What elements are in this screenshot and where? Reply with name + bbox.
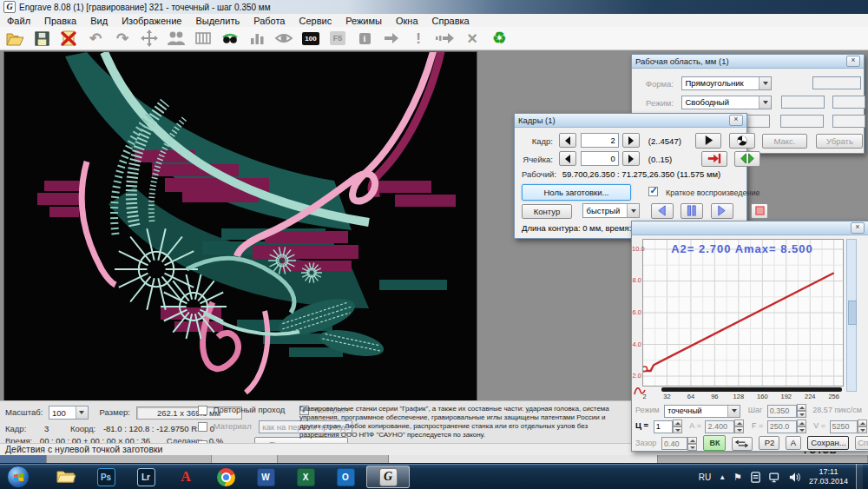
rezhim-select[interactable]: Свободный	[681, 96, 772, 109]
menu-select[interactable]: Выделить	[188, 16, 247, 26]
menu-modes[interactable]: Режимы	[339, 16, 389, 26]
f5-refresh-icon[interactable]: F5	[327, 29, 348, 48]
amplitude-plot[interactable]	[642, 239, 844, 387]
close-x-icon[interactable]: ×	[462, 29, 483, 48]
cell-prev-button[interactable]	[559, 151, 576, 166]
menu-file[interactable]: Файл	[0, 16, 37, 26]
workspace-dialog-titlebar[interactable]: Рабочая область, мм (1) ×	[632, 55, 864, 69]
save-button[interactable]: Сохран...	[807, 436, 849, 450]
stop-icon[interactable]	[751, 203, 768, 219]
step-back-icon[interactable]	[651, 203, 674, 219]
chart-scrollbar-horizontal[interactable]	[661, 387, 842, 392]
taskbar-lightroom[interactable]: Lr	[127, 466, 165, 488]
a-input[interactable]: 2.400	[705, 420, 734, 433]
menu-windows[interactable]: Окна	[389, 16, 425, 26]
max-button[interactable]: Макс.	[762, 134, 807, 149]
volume-icon[interactable]	[789, 472, 801, 483]
workpiece-zero-button[interactable]: Ноль заготовки...	[522, 184, 631, 201]
delete-icon[interactable]	[58, 29, 79, 48]
chart-scrollbar-vertical[interactable]	[846, 239, 857, 392]
network-icon[interactable]	[769, 472, 781, 483]
menu-image[interactable]: Изображение	[115, 16, 188, 26]
expand-both-icon[interactable]	[734, 151, 760, 167]
v-input[interactable]: 5250	[830, 420, 858, 433]
chevron-down-icon[interactable]	[727, 406, 740, 417]
frame-number-input[interactable]: 2	[581, 133, 619, 148]
c-input[interactable]: 1	[654, 420, 673, 433]
close-icon[interactable]: ×	[846, 56, 860, 67]
forma-select[interactable]: Прямоугольник	[681, 76, 772, 90]
save-icon[interactable]	[31, 29, 52, 48]
repeat-pass-checkbox[interactable]	[198, 406, 207, 415]
chevron-down-icon[interactable]	[759, 96, 771, 109]
c-spinner[interactable]	[673, 420, 682, 433]
stats-icon[interactable]	[247, 29, 267, 48]
step-spinner[interactable]	[797, 404, 806, 418]
taskbar-explorer[interactable]	[47, 466, 85, 488]
taskbar-photoshop[interactable]: Ps	[87, 466, 125, 488]
engraving-canvas[interactable]	[3, 51, 477, 402]
send-arrow-icon[interactable]	[435, 29, 456, 48]
menu-view[interactable]: Вид	[83, 16, 115, 26]
menu-work[interactable]: Работа	[247, 16, 292, 26]
chevron-down-icon[interactable]	[759, 77, 771, 89]
chevron-down-icon[interactable]	[627, 204, 639, 217]
menu-edit[interactable]: Правка	[37, 16, 83, 26]
gap-spinner[interactable]	[687, 437, 697, 451]
undo-icon[interactable]: ↶	[85, 29, 106, 48]
taskbar-outlook[interactable]: O	[326, 466, 365, 488]
warning-icon[interactable]: !	[408, 29, 429, 48]
pair-icon[interactable]	[166, 29, 187, 48]
vk-button[interactable]: ВК	[703, 435, 726, 451]
tray-expand-icon[interactable]: ▲	[719, 473, 726, 481]
frame-next-button[interactable]	[622, 133, 640, 148]
chart-window-titlebar[interactable]: ×	[632, 221, 868, 235]
taskbar-autocad[interactable]: A	[167, 466, 205, 488]
taskbar-excel[interactable]: X	[286, 466, 325, 488]
show-desktop-button[interactable]	[856, 464, 863, 489]
taskbar-word[interactable]: W	[247, 466, 285, 488]
material-checkbox[interactable]	[198, 422, 207, 432]
eye-icon[interactable]	[273, 29, 294, 48]
forward-arrow-icon[interactable]	[381, 29, 402, 48]
close-icon[interactable]: ×	[851, 222, 865, 234]
list-button[interactable]: Список...	[855, 436, 868, 450]
clock[interactable]: 17:11 27.03.2014	[809, 467, 848, 486]
redo-icon[interactable]: ↷	[112, 29, 133, 48]
pause-icon[interactable]	[681, 203, 703, 219]
taskbar-chrome[interactable]	[207, 466, 245, 488]
f-input[interactable]: 250.0	[767, 420, 797, 433]
info-icon[interactable]: i	[354, 29, 375, 48]
remove-button[interactable]: Убрать	[816, 134, 863, 149]
flag-icon[interactable]: ⚑	[733, 472, 742, 483]
menu-help[interactable]: Справка	[425, 16, 477, 26]
a-button[interactable]: А	[786, 436, 801, 450]
frames-dialog-titlebar[interactable]: Кадры (1) ×	[515, 114, 746, 128]
ball-icon[interactable]	[729, 133, 755, 149]
f-spinner[interactable]	[797, 420, 806, 433]
recycle-icon[interactable]: ♻	[489, 29, 510, 48]
glasses-icon[interactable]	[220, 29, 240, 48]
move-icon[interactable]	[139, 29, 160, 48]
chevron-down-icon[interactable]	[76, 406, 88, 419]
play-icon[interactable]	[695, 133, 721, 149]
cell-number-input[interactable]: 0	[581, 151, 619, 166]
mode-select[interactable]: точечный	[664, 405, 740, 418]
film-icon[interactable]	[193, 29, 214, 48]
taskbar-engrave-active[interactable]: G	[366, 466, 410, 488]
go-to-end-icon[interactable]	[701, 151, 727, 167]
scrollbar-thumb[interactable]	[848, 301, 857, 325]
step-input[interactable]: 0.350	[767, 405, 797, 418]
a-spinner[interactable]	[734, 420, 744, 433]
start-button[interactable]	[3, 466, 33, 488]
close-icon[interactable]: ×	[729, 115, 743, 126]
contour-button[interactable]: Контур	[522, 204, 572, 219]
action-center-icon[interactable]	[750, 472, 761, 483]
speed-select[interactable]: быстрый	[582, 203, 640, 218]
v-spinner[interactable]	[858, 420, 867, 433]
zoom-100-icon[interactable]: 100	[300, 29, 321, 48]
frame-prev-button[interactable]	[559, 133, 576, 148]
menu-service[interactable]: Сервис	[292, 16, 339, 26]
step-forward-icon[interactable]	[711, 203, 733, 219]
open-file-icon[interactable]	[4, 29, 25, 48]
